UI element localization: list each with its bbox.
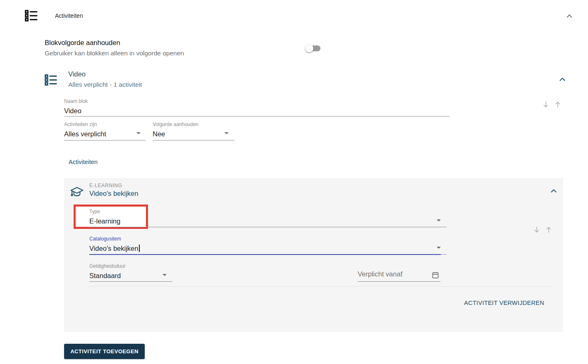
chevron-up-icon[interactable] xyxy=(549,186,558,195)
list-icon xyxy=(43,72,59,88)
field-label: Catalogusitem xyxy=(89,236,447,242)
graduation-cap-icon xyxy=(70,185,84,199)
block-subtitle: Alles verplicht - 1 activiteit xyxy=(68,81,142,88)
field-label: Geldigheidsduur xyxy=(89,263,172,269)
keep-order-select[interactable]: Volgorde aanhouden Nee xyxy=(153,121,234,140)
field-value: Alles verplicht xyxy=(64,129,146,138)
activity-category: E-LEARNING xyxy=(89,183,122,188)
block-title: Video xyxy=(68,70,86,78)
input-underline xyxy=(89,281,172,282)
activity-title: Video's bekijken xyxy=(89,190,138,197)
calendar-icon[interactable] xyxy=(431,271,440,279)
dropdown-arrow-icon xyxy=(437,219,441,221)
dropdown-arrow-icon xyxy=(136,132,141,134)
input-underline xyxy=(64,140,146,140)
input-underline xyxy=(358,281,440,282)
text-cursor xyxy=(139,245,140,252)
arrow-down-icon[interactable] xyxy=(542,100,550,109)
field-value: Standaard xyxy=(89,271,172,280)
block-order-label: Blokvolgorde aanhouden xyxy=(45,39,120,47)
activities-section-heading: Activiteiten xyxy=(69,159,98,165)
required-from-date-input[interactable]: Verplicht vanaf xyxy=(358,263,440,282)
catalog-item-select[interactable]: Catalogusitem Video's bekijken xyxy=(89,236,447,255)
input-underline xyxy=(64,116,449,117)
activities-panel: Activiteiten Blokvolgorde aanhouden Gebr… xyxy=(0,0,588,364)
block-name-input[interactable]: Naam blok Video xyxy=(64,98,449,117)
arrow-up-icon[interactable] xyxy=(554,100,562,109)
focus-underline xyxy=(89,254,441,255)
activity-card: E-LEARNING Video's bekijken Type E-learn… xyxy=(64,178,563,332)
arrow-up-icon[interactable] xyxy=(545,225,553,234)
field-value: Nee xyxy=(153,129,234,138)
type-select[interactable]: Type E-learning xyxy=(89,209,447,227)
input-underline xyxy=(89,227,447,227)
activities-required-select[interactable]: Activiteiten zijn Alles verplicht xyxy=(64,121,146,140)
chevron-up-icon[interactable] xyxy=(558,75,567,84)
remove-activity-button[interactable]: ACTIVITEIT VERWIJDEREN xyxy=(464,300,544,306)
chevron-up-icon[interactable] xyxy=(565,12,574,21)
field-value: Video xyxy=(64,106,449,115)
field-placeholder: Verplicht vanaf xyxy=(358,269,402,278)
arrow-down-icon[interactable] xyxy=(533,225,541,234)
field-label: Type xyxy=(89,209,447,214)
input-underline xyxy=(153,140,234,140)
dropdown-arrow-icon xyxy=(163,274,167,276)
dropdown-arrow-icon xyxy=(225,132,229,134)
field-label: Naam blok xyxy=(64,98,449,104)
field-label: Volgorde aanhouden xyxy=(153,121,234,127)
dropdown-arrow-icon xyxy=(437,247,441,249)
panel-title: Activiteiten xyxy=(55,12,83,19)
validity-select[interactable]: Geldigheidsduur Standaard xyxy=(89,263,172,282)
activity-move-controls xyxy=(533,225,553,234)
block-order-toggle[interactable] xyxy=(305,43,322,53)
field-label: Activiteiten zijn xyxy=(64,121,146,127)
add-activity-button[interactable]: ACTIVITEIT TOEVOEGEN xyxy=(64,344,145,359)
field-value: E-learning xyxy=(89,216,447,226)
divider xyxy=(89,286,553,287)
toggle-thumb xyxy=(305,44,313,52)
block-order-description: Gebruiker kan blokken alleen in volgorde… xyxy=(45,50,184,57)
field-value: Video's bekijken xyxy=(89,244,447,253)
block-move-controls xyxy=(542,100,562,109)
list-icon xyxy=(24,8,39,24)
